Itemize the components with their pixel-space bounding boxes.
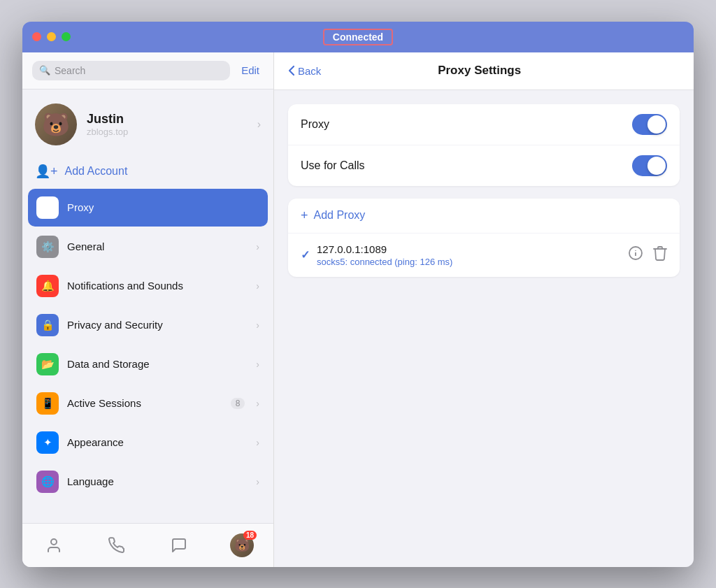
notifications-label: Notifications and Sounds bbox=[67, 280, 248, 292]
proxy-toggle-label: Proxy bbox=[301, 118, 632, 131]
avatar: 🐻 bbox=[35, 103, 77, 145]
profile-tab[interactable]: 🐻 18 bbox=[226, 529, 258, 561]
add-proxy-plus-icon: + bbox=[301, 208, 308, 223]
chats-tab[interactable] bbox=[163, 529, 195, 561]
sessions-label: Active Sessions bbox=[67, 397, 222, 409]
menu-list: 🛡 Proxy ⚙️ General › 🔔 Notifications and bbox=[22, 189, 273, 523]
appearance-arrow: › bbox=[256, 437, 259, 448]
proxy-info-button[interactable] bbox=[628, 245, 643, 264]
sessions-arrow: › bbox=[256, 398, 259, 409]
language-arrow: › bbox=[256, 476, 259, 487]
notifications-icon: 🔔 bbox=[36, 275, 59, 297]
calls-toggle-label: Use for Calls bbox=[301, 159, 632, 172]
notifications-arrow: › bbox=[256, 280, 259, 292]
panel-title: Proxy Settings bbox=[321, 64, 638, 78]
sidebar-item-data[interactable]: 📂 Data and Storage › bbox=[28, 345, 268, 383]
search-icon: 🔍 bbox=[39, 65, 50, 76]
add-account-icon: 👤+ bbox=[35, 164, 58, 179]
proxy-delete-button[interactable] bbox=[653, 245, 667, 264]
main-content: 🔍 Search Edit 🐻 Justin zblogs.top › 👤+ bbox=[22, 52, 694, 567]
profile-badge: 18 bbox=[243, 531, 257, 540]
data-icon: 📂 bbox=[36, 353, 59, 375]
proxy-toggle-row: Proxy bbox=[288, 104, 680, 145]
back-button[interactable]: Back bbox=[288, 65, 321, 77]
general-label: General bbox=[67, 241, 248, 252]
proxy-address: 127.0.0.1:1089 bbox=[317, 243, 621, 255]
proxy-label: Proxy bbox=[67, 201, 259, 213]
svg-point-3 bbox=[635, 250, 636, 252]
general-icon: ⚙️ bbox=[36, 236, 59, 258]
search-placeholder: Search bbox=[55, 65, 85, 76]
minimize-button[interactable] bbox=[47, 32, 56, 41]
sidebar-header: 🔍 Search Edit bbox=[22, 52, 273, 89]
language-icon: 🌐 bbox=[36, 471, 59, 493]
appearance-label: Appearance bbox=[67, 436, 248, 448]
profile-section[interactable]: 🐻 Justin zblogs.top › bbox=[22, 89, 273, 157]
proxy-info: 127.0.0.1:1089 socks5: connected (ping: … bbox=[317, 243, 621, 267]
proxy-entry: ✓ 127.0.0.1:1089 socks5: connected (ping… bbox=[288, 234, 680, 277]
sidebar-item-general[interactable]: ⚙️ General › bbox=[28, 228, 268, 266]
watermark: zblogs.top bbox=[87, 127, 128, 137]
appearance-icon: ✦ bbox=[36, 431, 59, 454]
calls-toggle-row: Use for Calls bbox=[288, 145, 680, 186]
profile-arrow: › bbox=[257, 118, 261, 131]
sidebar: 🔍 Search Edit 🐻 Justin zblogs.top › 👤+ bbox=[22, 52, 274, 567]
add-account-label: Add Account bbox=[65, 165, 128, 178]
search-bar[interactable]: 🔍 Search bbox=[32, 61, 230, 80]
window-title: Connected bbox=[323, 29, 393, 45]
titlebar: Connected bbox=[22, 22, 694, 52]
sidebar-item-privacy[interactable]: 🔒 Privacy and Security › bbox=[28, 306, 268, 344]
close-button[interactable] bbox=[32, 32, 41, 41]
profile-name: Justin bbox=[87, 112, 128, 127]
add-proxy-label: Add Proxy bbox=[314, 209, 366, 222]
edit-button[interactable]: Edit bbox=[237, 62, 264, 79]
app-window: Connected 🔍 Search Edit 🐻 Justin zblogs.… bbox=[22, 22, 694, 567]
privacy-arrow: › bbox=[256, 320, 259, 331]
proxy-checkmark-icon: ✓ bbox=[301, 248, 310, 261]
svg-point-0 bbox=[51, 539, 57, 545]
panel-header: Back Proxy Settings bbox=[274, 52, 694, 90]
proxy-port: :1089 bbox=[361, 243, 387, 255]
panel-body: Proxy Use for Calls + Add Proxy bbox=[274, 90, 694, 567]
proxy-toggle[interactable] bbox=[632, 114, 667, 135]
privacy-label: Privacy and Security bbox=[67, 319, 248, 331]
language-label: Language bbox=[67, 475, 248, 487]
sidebar-item-sessions[interactable]: 📱 Active Sessions 8 › bbox=[28, 385, 268, 422]
general-arrow: › bbox=[256, 241, 259, 252]
back-label: Back bbox=[298, 65, 321, 77]
proxy-actions bbox=[628, 245, 667, 264]
sidebar-item-proxy[interactable]: 🛡 Proxy bbox=[28, 189, 268, 227]
proxy-toggles-card: Proxy Use for Calls bbox=[288, 104, 680, 186]
main-panel: Back Proxy Settings Proxy Use for Calls bbox=[274, 52, 694, 567]
proxy-icon: 🛡 bbox=[36, 196, 59, 219]
sidebar-item-appearance[interactable]: ✦ Appearance › bbox=[28, 424, 268, 461]
calls-tab[interactable] bbox=[101, 529, 133, 561]
bottom-tabbar: 🐻 18 bbox=[22, 523, 273, 567]
sidebar-item-language[interactable]: 🌐 Language › bbox=[28, 463, 268, 501]
add-account-button[interactable]: 👤+ Add Account bbox=[22, 157, 273, 189]
profile-info: Justin zblogs.top bbox=[87, 112, 128, 137]
data-label: Data and Storage bbox=[67, 358, 248, 370]
data-arrow: › bbox=[256, 359, 259, 370]
window-controls bbox=[32, 32, 71, 41]
proxy-status: socks5: connected (ping: 126 ms) bbox=[317, 257, 621, 267]
add-proxy-button[interactable]: + Add Proxy bbox=[288, 199, 680, 234]
contacts-tab[interactable] bbox=[38, 529, 70, 561]
privacy-icon: 🔒 bbox=[36, 314, 59, 336]
sidebar-item-notifications[interactable]: 🔔 Notifications and Sounds › bbox=[28, 267, 268, 305]
maximize-button[interactable] bbox=[62, 32, 71, 41]
calls-toggle[interactable] bbox=[632, 155, 667, 176]
sessions-icon: 📱 bbox=[36, 392, 59, 415]
sessions-badge: 8 bbox=[231, 398, 245, 409]
proxy-list-card: + Add Proxy ✓ 127.0.0.1:1089 socks5: con… bbox=[288, 199, 680, 277]
